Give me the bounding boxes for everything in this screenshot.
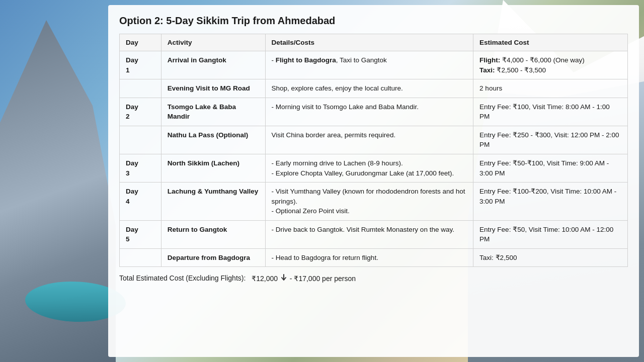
cell-cost-6: Entry Fee: ₹50, Visit Time: 10:00 AM - 1…	[473, 220, 628, 248]
cell-details-3: Visit China border area, permits require…	[265, 126, 473, 154]
cell-activity-6: Return to Gangtok	[161, 220, 265, 248]
cell-activity-4: North Sikkim (Lachen)	[161, 154, 265, 182]
table-header-row: Day Activity Details/Costs Estimated Cos…	[120, 34, 628, 51]
cell-details-2: - Morning visit to Tsomgo Lake and Baba …	[265, 98, 473, 126]
cell-cost-4: Entry Fee: ₹50-₹100, Visit Time: 9:00 AM…	[473, 154, 628, 182]
cell-day-0: Day1	[120, 51, 162, 79]
cell-details-7: - Head to Bagdogra for return flight.	[265, 248, 473, 267]
header-day: Day	[120, 34, 162, 51]
table-row: Departure from Bagdogra- Head to Bagdogr…	[120, 248, 628, 267]
header-cost: Estimated Cost	[473, 34, 628, 51]
table-row: Day5Return to Gangtok- Drive back to Gan…	[120, 220, 628, 248]
cell-cost-7: Taxi: ₹2,500	[473, 248, 628, 267]
table-row: Evening Visit to MG RoadShop, explore ca…	[120, 79, 628, 98]
total-label: Total Estimated Cost (Excluding Flights)…	[119, 274, 246, 282]
cell-day-4: Day3	[120, 154, 162, 182]
cell-details-5: - Visit Yumthang Valley (known for rhodo…	[265, 183, 473, 221]
cell-cost-1: 2 hours	[473, 79, 628, 98]
cell-details-6: - Drive back to Gangtok. Visit Rumtek Mo…	[265, 220, 473, 248]
total-cost-bar: Total Estimated Cost (Excluding Flights)…	[119, 273, 628, 283]
cell-day-3	[120, 126, 162, 154]
total-value: ₹12,000 - ₹17,000 per person	[252, 273, 356, 283]
page-title: Option 2: 5-Day Sikkim Trip from Ahmedab…	[119, 15, 628, 27]
cell-day-2: Day2	[120, 98, 162, 126]
table-row: Day2Tsomgo Lake & Baba Mandir- Morning v…	[120, 98, 628, 126]
cell-activity-5: Lachung & Yumthang Valley	[161, 183, 265, 221]
header-details: Details/Costs	[265, 34, 473, 51]
cell-day-7	[120, 248, 162, 267]
cell-cost-0: Flight: ₹4,000 - ₹6,000 (One way)Taxi: ₹…	[473, 51, 628, 79]
cell-details-0: - Flight to Bagdogra, Taxi to Gangtok	[265, 51, 473, 79]
down-arrow-icon	[280, 274, 288, 282]
cell-details-1: Shop, explore cafes, enjoy the local cul…	[265, 79, 473, 98]
cell-cost-5: Entry Fee: ₹100-₹200, Visit Time: 10:00 …	[473, 183, 628, 221]
table-row: Day3North Sikkim (Lachen)- Early morning…	[120, 154, 628, 182]
cell-cost-2: Entry Fee: ₹100, Visit Time: 8:00 AM - 1…	[473, 98, 628, 126]
table-row: Day4Lachung & Yumthang Valley- Visit Yum…	[120, 183, 628, 221]
header-activity: Activity	[161, 34, 265, 51]
cell-activity-7: Departure from Bagdogra	[161, 248, 265, 267]
cell-activity-0: Arrival in Gangtok	[161, 51, 265, 79]
cell-activity-1: Evening Visit to MG Road	[161, 79, 265, 98]
table-row: Nathu La Pass (Optional)Visit China bord…	[120, 126, 628, 154]
table-row: Day1Arrival in Gangtok- Flight to Bagdog…	[120, 51, 628, 79]
cell-activity-2: Tsomgo Lake & Baba Mandir	[161, 98, 265, 126]
cell-cost-3: Entry Fee: ₹250 - ₹300, Visit: 12:00 PM …	[473, 126, 628, 154]
itinerary-table: Day Activity Details/Costs Estimated Cos…	[119, 34, 628, 267]
cell-activity-3: Nathu La Pass (Optional)	[161, 126, 265, 154]
cell-details-4: - Early morning drive to Lachen (8-9 hou…	[265, 154, 473, 182]
cell-day-6: Day5	[120, 220, 162, 248]
content-panel: Option 2: 5-Day Sikkim Trip from Ahmedab…	[108, 5, 639, 357]
cell-day-5: Day4	[120, 183, 162, 221]
cell-day-1	[120, 79, 162, 98]
